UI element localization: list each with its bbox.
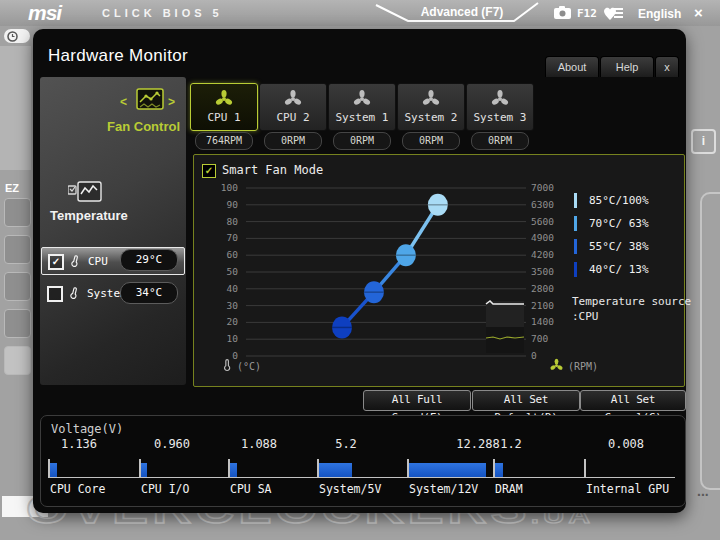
- system-sensor-checkbox[interactable]: [47, 286, 63, 302]
- temperature-icon: [68, 180, 102, 204]
- legend-swatch: [574, 216, 577, 231]
- voltage-rail-label: Internal GPU: [586, 482, 669, 496]
- voltage-value: 1.2: [500, 437, 522, 451]
- close-app-icon[interactable]: ×: [694, 4, 703, 21]
- temperature-section-label: Temperature: [50, 208, 128, 223]
- voltage-value: 1.136: [61, 437, 97, 451]
- left-axis-tick: 10: [227, 333, 239, 344]
- voltage-tick: [584, 459, 586, 478]
- fan-control-label: Fan Control: [40, 119, 184, 134]
- advanced-mode-button[interactable]: Advanced (F7): [372, 0, 542, 26]
- favorites-icon[interactable]: [602, 5, 624, 21]
- fan-control-prev-arrow[interactable]: <: [120, 95, 127, 109]
- fan-tab-system1[interactable]: System 1: [328, 83, 396, 131]
- fan-control-icon: [136, 87, 164, 111]
- page-title: Hardware Monitor: [48, 46, 188, 66]
- voltage-rail-label: CPU SA: [230, 482, 272, 496]
- fan-rpm-badge: 0RPM: [402, 132, 460, 150]
- dialog-close-button[interactable]: x: [655, 56, 679, 77]
- sidebar-nav-icon-5[interactable]: [4, 346, 31, 375]
- legend-label: 55°C/ 38%: [589, 240, 649, 253]
- voltage-title: Voltage(V): [51, 422, 123, 436]
- advanced-mode-label: Advanced (F7): [407, 5, 517, 19]
- ellipsis-label: ...: [697, 483, 709, 499]
- voltage-bar: [141, 463, 147, 477]
- fan-curve-panel: ✓ Smart Fan Mode 10070009063008056007049…: [193, 154, 685, 387]
- cpu-sensor-checkbox[interactable]: ✓: [48, 254, 64, 270]
- voltage-value: 0.008: [608, 437, 644, 451]
- smart-fan-label: Smart Fan Mode: [222, 163, 323, 177]
- right-axis-tick: 3500: [531, 266, 554, 277]
- temperature-source-label: Temperature source:CPU: [572, 294, 691, 324]
- clock-icon: [7, 31, 18, 42]
- sidebar-nav-icon-4[interactable]: [4, 309, 31, 338]
- all-set-cancel-button[interactable]: All Set Cancel(C): [580, 390, 686, 411]
- left-axis-tick: 100: [221, 182, 238, 193]
- voltage-value: 5.2: [335, 437, 357, 451]
- tab-help[interactable]: Help: [600, 56, 654, 77]
- right-axis-label: (RPM): [568, 361, 598, 372]
- fan-tab-label: System 3: [467, 111, 533, 124]
- sidebar-nav-icon-2[interactable]: [4, 235, 31, 264]
- background-left-panel: [0, 46, 31, 170]
- fan-icon: [490, 89, 510, 109]
- fan-icon: [549, 358, 564, 373]
- background-right-panel: [700, 192, 720, 490]
- legend-label: 85°C/100%: [589, 194, 649, 207]
- clock-widget: [4, 29, 30, 43]
- voltage-value: 1.088: [241, 437, 277, 451]
- thermometer-icon: [220, 355, 234, 375]
- left-axis-tick: 70: [227, 232, 239, 243]
- sidebar-nav-icon-1[interactable]: [4, 198, 31, 227]
- fan-rpm-badge: 0RPM: [264, 132, 322, 150]
- left-axis-tick: 80: [227, 216, 239, 227]
- left-axis-tick: 20: [227, 316, 239, 327]
- fan-tab-system2[interactable]: System 2: [397, 83, 465, 131]
- right-axis-tick: 4200: [531, 249, 554, 260]
- right-axis-tick: 6300: [531, 199, 554, 210]
- legend-label: 70°C/ 63%: [589, 217, 649, 230]
- fan-rpm-badge: 764RPM: [195, 132, 253, 150]
- right-axis-tick: 5600: [531, 216, 554, 227]
- fan-tab-system3[interactable]: System 3: [466, 83, 534, 131]
- tab-about[interactable]: About: [545, 56, 599, 77]
- fan-icon: [421, 89, 441, 109]
- voltage-scale-line: [48, 477, 675, 478]
- all-full-speed-button[interactable]: All Full Speed(F): [363, 390, 471, 411]
- legend-swatch: [574, 262, 577, 277]
- right-axis-tick: 0: [531, 350, 537, 360]
- left-axis-tick: 50: [227, 266, 239, 277]
- info-button[interactable]: i: [691, 129, 716, 154]
- brand-title: CLICK BIOS 5: [102, 7, 223, 19]
- smart-fan-checkbox[interactable]: ✓: [202, 164, 216, 178]
- voltage-bar: [495, 463, 503, 477]
- fan-tab-label: CPU 2: [260, 111, 326, 124]
- thermometer-icon: [65, 282, 83, 305]
- voltage-bar: [319, 463, 352, 477]
- right-axis-tick: 1400: [531, 316, 554, 327]
- fan-rpm-badge: 0RPM: [333, 132, 391, 150]
- legend-label: 40°C/ 13%: [589, 263, 649, 276]
- language-selector[interactable]: English: [638, 7, 681, 21]
- fan-tab-cpu1[interactable]: CPU 1: [190, 83, 258, 131]
- left-axis-tick: 30: [227, 300, 239, 311]
- left-axis-tick: 40: [227, 283, 239, 294]
- x-axis-label: (°C): [237, 361, 261, 372]
- fan-control-next-arrow[interactable]: >: [168, 95, 175, 109]
- fan-tab-label: CPU 1: [191, 111, 257, 124]
- thermometer-icon: [66, 250, 84, 273]
- fan-tab-cpu2[interactable]: CPU 2: [259, 83, 327, 131]
- sensor-label: CPU: [88, 255, 108, 268]
- fan-icon: [283, 89, 303, 109]
- voltage-rail-label: DRAM: [495, 482, 523, 496]
- screenshot-key-label: F12: [577, 7, 597, 20]
- camera-icon[interactable]: [553, 6, 572, 20]
- fan-tab-label: System 1: [329, 111, 395, 124]
- all-set-default-button[interactable]: All Set Default(D): [472, 390, 580, 411]
- ez-mode-label: EZ: [5, 182, 19, 194]
- sidebar-nav-icon-3[interactable]: [4, 272, 31, 301]
- voltage-value: 0.960: [154, 437, 190, 451]
- left-axis-tick: 60: [227, 249, 239, 260]
- right-axis-tick: 2800: [531, 283, 554, 294]
- voltage-panel: Voltage(V) 1.136CPU Core0.960CPU I/O1.08…: [40, 415, 686, 507]
